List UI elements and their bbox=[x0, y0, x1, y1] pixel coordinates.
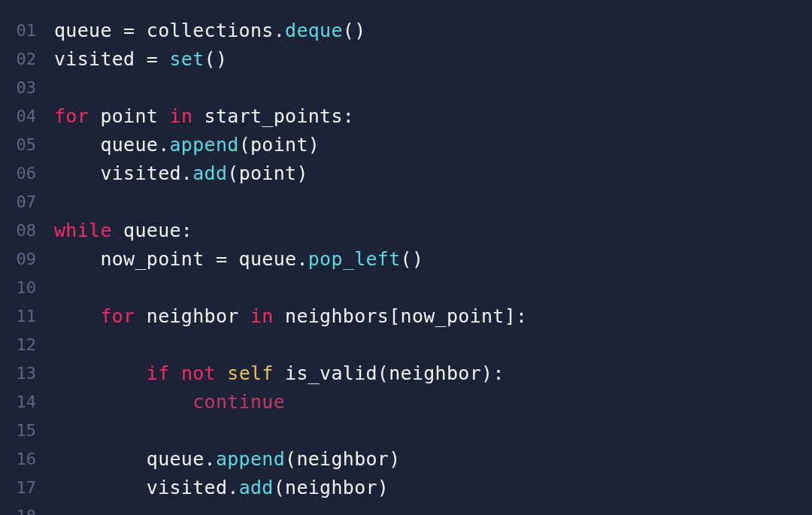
line-number: 01 bbox=[0, 17, 44, 45]
code-line[interactable] bbox=[54, 502, 812, 515]
code-token: visited = bbox=[54, 48, 170, 70]
code-token: append bbox=[216, 448, 285, 470]
code-token: while bbox=[54, 220, 112, 241]
code-line[interactable]: visited.add(neighbor) bbox=[54, 474, 812, 502]
line-number: 02 bbox=[0, 45, 44, 74]
code-token: queue: bbox=[112, 220, 192, 241]
code-token: () bbox=[401, 248, 424, 270]
line-number: 17 bbox=[0, 474, 44, 502]
line-number: 12 bbox=[0, 331, 44, 359]
code-editor: 010203040506070809101112131415161718 que… bbox=[0, 0, 812, 515]
code-line[interactable]: continue bbox=[54, 388, 812, 417]
code-token: continue bbox=[192, 391, 285, 413]
code-token: queue. bbox=[54, 448, 216, 470]
line-number: 11 bbox=[0, 302, 44, 331]
code-token: (neighbor) bbox=[274, 477, 389, 498]
code-line[interactable]: queue = collections.deque() bbox=[54, 17, 812, 45]
code-line[interactable]: queue.append(neighbor) bbox=[54, 445, 812, 474]
line-number: 15 bbox=[0, 417, 44, 445]
line-number: 13 bbox=[0, 359, 44, 388]
code-token bbox=[54, 362, 147, 384]
code-token: queue. bbox=[54, 134, 170, 156]
code-line[interactable] bbox=[54, 74, 812, 102]
line-number: 05 bbox=[0, 131, 44, 159]
code-token: self bbox=[227, 362, 273, 384]
code-line[interactable] bbox=[54, 331, 812, 359]
code-token bbox=[170, 362, 181, 384]
line-number: 18 bbox=[0, 502, 44, 515]
code-token: pop_left bbox=[308, 248, 401, 270]
code-token: for bbox=[54, 105, 89, 127]
line-number: 07 bbox=[0, 188, 44, 217]
code-area[interactable]: queue = collections.deque()visited = set… bbox=[44, 17, 812, 515]
code-line[interactable]: while queue: bbox=[54, 217, 812, 245]
code-token bbox=[216, 362, 227, 384]
line-number-gutter: 010203040506070809101112131415161718 bbox=[0, 17, 44, 515]
code-token: neighbors[now_point]: bbox=[274, 305, 528, 327]
code-token: set bbox=[170, 48, 205, 70]
code-token: visited. bbox=[54, 477, 239, 498]
code-line[interactable]: for point in start_points: bbox=[54, 102, 812, 131]
code-line[interactable]: queue.append(point) bbox=[54, 131, 812, 159]
code-token: (neighbor) bbox=[285, 448, 401, 470]
code-line[interactable]: for neighbor in neighbors[now_point]: bbox=[54, 302, 812, 331]
code-token: is_valid(neighbor): bbox=[274, 362, 504, 384]
code-token: in bbox=[170, 105, 193, 127]
code-token bbox=[54, 305, 100, 327]
code-token: (point) bbox=[239, 134, 320, 156]
code-line[interactable]: visited.add(point) bbox=[54, 159, 812, 188]
code-token: queue = collections. bbox=[54, 20, 285, 41]
code-token: () bbox=[205, 48, 228, 70]
code-token: append bbox=[170, 134, 239, 156]
code-token: start_points: bbox=[192, 105, 354, 127]
code-token: point bbox=[89, 105, 169, 127]
line-number: 08 bbox=[0, 217, 44, 245]
line-number: 04 bbox=[0, 102, 44, 131]
code-line[interactable]: visited = set() bbox=[54, 45, 812, 74]
code-token: for bbox=[100, 305, 135, 327]
code-token bbox=[54, 391, 192, 413]
code-token: now_point = queue. bbox=[54, 248, 308, 270]
code-token: () bbox=[343, 20, 366, 41]
code-token: not bbox=[181, 362, 216, 384]
code-line[interactable] bbox=[54, 188, 812, 217]
code-token: (point) bbox=[227, 162, 308, 184]
code-line[interactable] bbox=[54, 274, 812, 302]
code-token: add bbox=[239, 477, 274, 498]
code-token: if bbox=[147, 362, 170, 384]
line-number: 06 bbox=[0, 159, 44, 188]
code-token: neighbor bbox=[135, 305, 250, 327]
line-number: 14 bbox=[0, 388, 44, 417]
line-number: 10 bbox=[0, 274, 44, 302]
code-token: in bbox=[250, 305, 274, 327]
code-line[interactable]: if not self is_valid(neighbor): bbox=[54, 359, 812, 388]
code-line[interactable]: now_point = queue.pop_left() bbox=[54, 245, 812, 274]
code-token: visited. bbox=[54, 162, 192, 184]
line-number: 03 bbox=[0, 74, 44, 102]
code-token: deque bbox=[285, 20, 343, 41]
code-token: add bbox=[192, 162, 227, 184]
line-number: 09 bbox=[0, 245, 44, 274]
line-number: 16 bbox=[0, 445, 44, 474]
code-line[interactable] bbox=[54, 417, 812, 445]
